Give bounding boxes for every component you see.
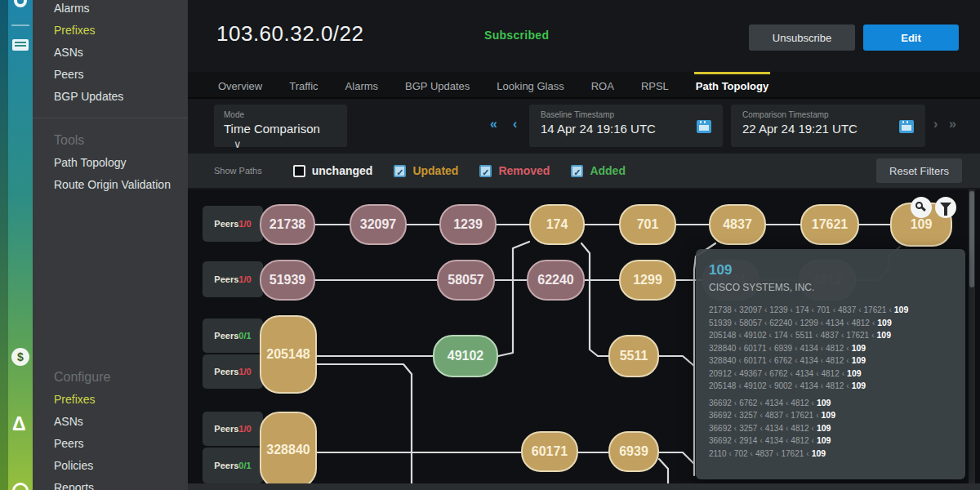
as-path-hop: 4134: [795, 369, 813, 378]
prev-fast-button[interactable]: «: [490, 117, 497, 131]
path-separator-icon: ‹: [833, 305, 835, 314]
gear-icon[interactable]: [14, 0, 27, 7]
tab-roa[interactable]: ROA: [590, 72, 616, 97]
path-separator-icon: ‹: [734, 399, 737, 408]
path-separator-icon: ‹: [846, 381, 849, 390]
asn-node-32097[interactable]: 32097: [350, 204, 407, 245]
sidebar-item-alarms[interactable]: Alarms: [33, 0, 188, 19]
sidebar-item-path-topology[interactable]: Path Topology: [33, 151, 188, 173]
as-path-hop: 36692: [709, 424, 732, 433]
as-path-hop: 4134: [826, 318, 844, 327]
tab-alarms[interactable]: Alarms: [344, 72, 380, 97]
sidebar-item-prefixes[interactable]: Prefixes: [33, 388, 188, 410]
asn-node-701[interactable]: 701: [619, 204, 676, 245]
sidebar-item-peers[interactable]: Peers: [33, 432, 188, 454]
asn-node-49102[interactable]: 49102: [433, 335, 498, 377]
next-button[interactable]: ›: [933, 117, 938, 131]
subscribed-badge: Subscribed: [484, 29, 549, 42]
as-path-hop: 2110: [709, 449, 727, 458]
path-separator-icon: ‹: [872, 318, 875, 327]
peer-label[interactable]: Peers0/1: [203, 448, 263, 483]
as-path-hop: 4837: [821, 331, 839, 340]
asn-node-328840[interactable]: 328840: [260, 412, 317, 483]
as-path-hop: 205148: [709, 381, 736, 390]
asn-node-62240[interactable]: 62240: [527, 260, 585, 301]
path-separator-icon: ‹: [738, 356, 741, 365]
circle-icon[interactable]: [12, 483, 29, 490]
legend-toggle-unchanged[interactable]: unchanged: [293, 164, 373, 177]
as-path-hop: 4134: [800, 344, 817, 353]
path-separator-icon: ‹: [734, 411, 737, 420]
legend-row: Show Paths unchanged✓Updated✓Removed✓Add…: [188, 154, 980, 188]
path-separator-icon: ‹: [806, 449, 808, 458]
path-separator-icon: ‹: [841, 331, 844, 340]
comparison-timestamp-panel[interactable]: Comparison Timestamp 22 Apr 24 19:21 UTC: [731, 105, 925, 147]
asn-node-51939[interactable]: 51939: [260, 260, 315, 301]
calendar-icon[interactable]: [697, 120, 711, 133]
unsubscribe-button[interactable]: Unsubscribe: [749, 24, 855, 51]
path-separator-icon: ‹: [769, 356, 772, 365]
edit-button[interactable]: Edit: [863, 24, 959, 51]
asn-node-1239[interactable]: 1239: [439, 204, 497, 245]
sidebar-item-bgp-updates[interactable]: BGP Updates: [33, 85, 188, 107]
sidebar-item-policies[interactable]: Policies: [33, 454, 188, 476]
tab-looking-glass[interactable]: Looking Glass: [495, 72, 565, 97]
reset-filters-button[interactable]: Reset Filters: [876, 158, 962, 183]
asn-node-58057[interactable]: 58057: [437, 260, 495, 301]
asn-node-174[interactable]: 174: [529, 204, 585, 245]
sidebar-item-reports[interactable]: Reports: [33, 476, 188, 490]
graph-zoom-button[interactable]: [911, 197, 932, 218]
asn-node-6939[interactable]: 6939: [608, 431, 659, 472]
legend-toggle-updated[interactable]: ✓Updated: [394, 164, 458, 177]
peer-label[interactable]: Peers1/0: [203, 261, 263, 297]
mode-select[interactable]: Mode Time Comparison ∨: [214, 105, 347, 147]
peer-label[interactable]: Peers1/0: [203, 354, 263, 389]
tab-traffic[interactable]: Traffic: [287, 72, 319, 97]
tab-rpsl[interactable]: RPSL: [639, 72, 670, 97]
path-separator-icon: ‹: [764, 305, 767, 314]
path-separator-icon: ‹: [734, 318, 737, 327]
sidebar: AlarmsPrefixesASNsPeersBGP UpdatesToolsP…: [33, 0, 188, 490]
tab-bgp-updates[interactable]: BGP Updates: [403, 72, 471, 97]
as-path-hop: 4837: [838, 305, 856, 314]
prev-button[interactable]: ‹: [513, 117, 517, 131]
next-fast-button[interactable]: »: [949, 117, 956, 131]
asn-node-205148[interactable]: 205148: [260, 315, 317, 394]
funnel-icon: [940, 203, 951, 209]
path-separator-icon: ‹: [769, 344, 772, 353]
as-path-hop: 60171: [744, 344, 767, 353]
path-separator-icon: ‹: [791, 331, 793, 340]
list-icon[interactable]: [12, 39, 29, 51]
legend-toggle-added[interactable]: ✓Added: [571, 164, 626, 177]
sidebar-item-peers[interactable]: Peers: [33, 63, 188, 85]
asn-node-21738[interactable]: 21738: [260, 204, 315, 245]
legend-toggle-removed[interactable]: ✓Removed: [479, 164, 550, 177]
peer-label[interactable]: Peers1/0: [203, 412, 263, 446]
path-separator-icon: ‹: [795, 318, 797, 327]
asn-node-5511[interactable]: 5511: [608, 335, 659, 377]
asn-node-17621[interactable]: 17621: [800, 204, 859, 245]
sidebar-item-prefixes[interactable]: Prefixes: [33, 19, 188, 41]
peer-label[interactable]: Peers0/1: [203, 318, 263, 353]
asn-node-4837[interactable]: 4837: [709, 204, 766, 245]
as-path-hop: 5511: [795, 331, 813, 340]
delta-icon[interactable]: Δ: [12, 413, 26, 435]
chevron-down-icon: ∨: [234, 138, 242, 150]
sidebar-item-asns[interactable]: ASNs: [33, 410, 188, 432]
graph-filter-button[interactable]: [935, 197, 956, 218]
vertical-scrollbar-thumb[interactable]: [969, 191, 974, 287]
peer-label[interactable]: Peers1/0: [203, 206, 263, 242]
as-path-hop: 4812: [826, 344, 844, 353]
dollar-icon[interactable]: $: [11, 348, 29, 366]
sidebar-item-route-origin-validation[interactable]: Route Origin Validation: [33, 173, 188, 195]
path-separator-icon: ‹: [871, 331, 874, 340]
baseline-timestamp-panel[interactable]: Baseline Timestamp 14 Apr 24 19:16 UTC: [529, 105, 723, 147]
as-path-hop: 4812: [791, 399, 808, 408]
asn-node-1299[interactable]: 1299: [619, 260, 676, 301]
calendar-icon[interactable]: [899, 120, 914, 133]
tab-path-topology[interactable]: Path Topology: [694, 72, 770, 97]
asn-node-60171[interactable]: 60171: [521, 431, 578, 472]
tab-overview[interactable]: Overview: [216, 72, 264, 97]
sidebar-item-asns[interactable]: ASNs: [33, 41, 188, 63]
graph-edge: [498, 242, 529, 356]
